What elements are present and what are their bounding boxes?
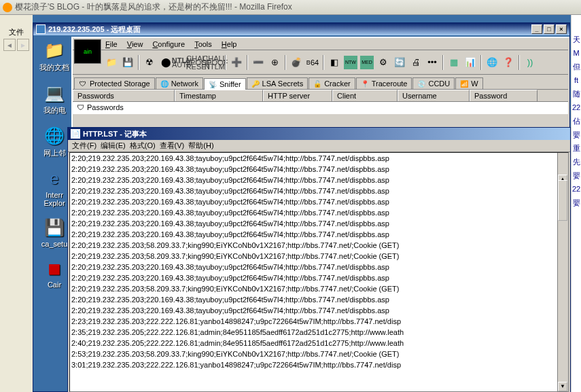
minimize-button[interactable]: _ <box>531 24 542 34</box>
target-icon[interactable]: ⊕ <box>267 55 282 70</box>
bg-fragment: 佔 <box>573 115 580 126</box>
chall-ntlm-icon[interactable]: CHALLSPOOFNTLM <box>207 55 222 70</box>
b64-icon[interactable]: B64 <box>305 55 320 70</box>
rdp-titlebar[interactable]: 219.232.235.205 - 远程桌面 _ □ × <box>33 23 569 35</box>
tab-w[interactable]: 📶W <box>455 77 482 89</box>
green1-icon[interactable]: ▦ <box>446 55 461 70</box>
cain-menu-tools[interactable]: Tools <box>194 40 212 48</box>
tab-label: Cracker <box>324 79 351 88</box>
tab-label: Traceroute <box>372 79 408 88</box>
tab-lsa-secrets[interactable]: 🔑LSA Secrets <box>247 77 309 89</box>
globe-icon[interactable]: 🌐 <box>485 55 499 70</box>
desktop-icon-3[interactable]: eInterr Explor <box>37 168 71 207</box>
cain-menu-configure[interactable]: Configure <box>152 40 185 48</box>
column-password[interactable]: Password <box>470 90 538 101</box>
tab-network[interactable]: 🌐Network <box>156 77 203 89</box>
desktop-icon-label: Interr Explor <box>37 191 71 207</box>
minus-icon[interactable]: ➖ <box>251 55 266 70</box>
bg-fragment: 22 <box>572 183 580 194</box>
tool1-icon[interactable]: ◧ <box>327 55 342 70</box>
tab-icon: 🔓 <box>313 79 321 88</box>
bg-fragment: 重 <box>573 143 580 154</box>
chart-icon[interactable]: 📊 <box>463 55 478 70</box>
rdp-title: 219.232.235.205 - 远程桌面 <box>48 24 141 35</box>
back-button[interactable]: ◄ <box>3 39 16 51</box>
desktop-icon-0[interactable]: 📁我的文档 <box>37 39 71 73</box>
tab-icon: 🌐 <box>160 79 169 88</box>
column-client[interactable]: Client <box>332 90 398 101</box>
cain-menu-help[interactable]: Help <box>222 40 237 48</box>
folder-icon: 🛡 <box>77 103 84 111</box>
desktop-icon-label: 我的电 <box>43 105 66 115</box>
tab-icon: 💿 <box>417 79 425 88</box>
passwords-label: Passwords <box>87 103 124 111</box>
bg-fragment: 22 <box>572 102 580 113</box>
bg-fragment: 嬰 <box>573 170 580 181</box>
nuclear-icon[interactable]: ⬤ <box>158 55 173 70</box>
desktop-icon-1[interactable]: 💻我的电 <box>37 82 71 115</box>
scroll-thumb[interactable] <box>558 180 567 221</box>
forward-button[interactable]: ► <box>17 39 29 51</box>
close-button[interactable]: × <box>556 24 567 34</box>
nw2-icon[interactable]: MED <box>359 55 374 70</box>
refresh-icon[interactable]: 🔄 <box>392 55 407 70</box>
radio-icon[interactable]: ☢ <box>142 55 157 70</box>
save-icon[interactable]: 💾 <box>120 55 135 70</box>
notepad-titlebar[interactable]: 📄 HTTP.LST - 记事本 <box>68 128 570 140</box>
help-icon[interactable]: ❓ <box>501 55 516 70</box>
tab-icon: 📍 <box>361 79 369 88</box>
firefox-menu-file[interactable]: 文件 <box>9 27 24 37</box>
desktop-icon-4[interactable]: 💾ca_setu <box>37 217 71 248</box>
desktop-icon-label: ca_setu <box>41 240 68 248</box>
cain-toolbar: 📁 💾 ☢ ⬤ NTLMAUTH CHALLSPOOFRESET CHALLSP… <box>73 50 568 75</box>
dots-icon[interactable]: ••• <box>425 55 440 70</box>
gear-icon[interactable]: ⚙ <box>376 55 391 70</box>
desktop-glyph-icon: 📁 <box>43 39 65 61</box>
vertical-scrollbar[interactable]: ▲ ▼ <box>557 153 568 391</box>
notepad-menu-item[interactable]: 查看(V) <box>160 141 185 151</box>
add-icon[interactable]: ➕ <box>229 55 244 70</box>
desktop-icon-5[interactable]: ◼Cair <box>37 257 71 289</box>
cain-menu-file[interactable]: File <box>105 40 118 48</box>
tab-protected-storage[interactable]: 🛡Protected Storage <box>74 77 155 89</box>
notepad-menu-item[interactable]: 帮助(H) <box>188 141 213 151</box>
column-username[interactable]: Username <box>398 90 470 101</box>
printer-icon[interactable]: 🖨 <box>408 55 423 70</box>
notepad-menubar: 文件(F)编辑(E)格式(O)查看(V)帮助(H) <box>68 140 570 152</box>
cain-menubar: FileViewConfigureToolsHelp <box>73 38 568 50</box>
bomb-icon[interactable]: 💣 <box>289 55 304 70</box>
scroll-down-icon[interactable]: ▼ <box>558 382 567 391</box>
tab-sniffer[interactable]: 📡Sniffer <box>204 78 246 90</box>
remote-desktop[interactable]: 📁我的文档💻我的电🌐网上邻eInterr Explor💾ca_setu◼Cair… <box>33 35 569 391</box>
grid-row[interactable]: 🛡 Passwords <box>73 102 568 113</box>
firefox-icon <box>3 3 12 12</box>
bg-fragment: 嬰 <box>573 197 580 208</box>
tab-icon: 🔑 <box>251 79 260 88</box>
rdp-icon <box>36 24 46 34</box>
tab-icon: 📡 <box>209 80 217 88</box>
bg-fragment: 但 <box>573 61 580 72</box>
column-http-server[interactable]: HTTP server <box>263 90 332 101</box>
firefox-titlebar: 樱花浪子'S BLOG - 叶的飘落是风的追求，还是树的不挽留!!! - Moz… <box>0 0 581 15</box>
notepad-window: 📄 HTTP.LST - 记事本 文件(F)编辑(E)格式(O)查看(V)帮助(… <box>67 127 571 392</box>
cain-menu-view[interactable]: View <box>127 40 143 48</box>
tab-cracker[interactable]: 🔓Cracker <box>309 77 355 89</box>
notepad-title: HTTP.LST - 记事本 <box>83 129 147 139</box>
notepad-menu-item[interactable]: 格式(O) <box>130 141 156 151</box>
open-icon[interactable]: 📁 <box>104 55 119 70</box>
firefox-sidebar: 文件 ◄ ► <box>0 15 33 392</box>
column-passwords[interactable]: Passwords <box>73 90 175 101</box>
notepad-textarea[interactable]: 2:20;219.232.235.203;220.169.43.38;tayub… <box>69 152 569 392</box>
nw1-icon[interactable]: NTW <box>343 55 358 70</box>
desktop-icon-label: 网上邻 <box>43 148 66 158</box>
column-timestamp[interactable]: Timestamp <box>175 90 263 101</box>
tab-ccdu[interactable]: 💿CCDU <box>412 77 455 89</box>
tab-traceroute[interactable]: 📍Traceroute <box>356 77 412 89</box>
maximize-button[interactable]: □ <box>544 24 554 34</box>
notepad-menu-item[interactable]: 编辑(E) <box>101 141 126 151</box>
notepad-menu-item[interactable]: 文件(F) <box>72 141 96 151</box>
desktop-icon-2[interactable]: 🌐网上邻 <box>37 125 71 158</box>
wifi-icon[interactable]: )) <box>523 55 538 70</box>
firefox-title: 樱花浪子'S BLOG - 叶的飘落是风的追求，还是树的不挽留!!! - Moz… <box>15 1 292 13</box>
desktop-glyph-icon: 💾 <box>43 217 65 238</box>
